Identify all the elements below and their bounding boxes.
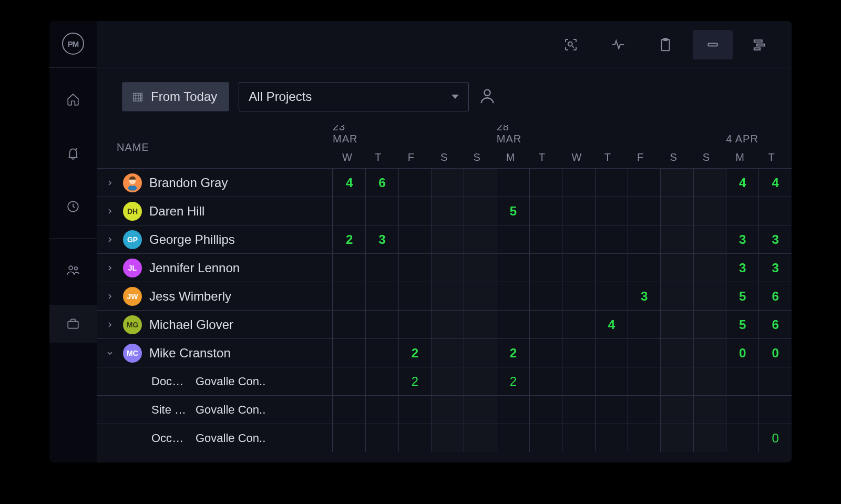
person-name[interactable]: George Phillips — [149, 232, 235, 247]
workload-cell[interactable]: 3 — [628, 282, 660, 310]
workload-cell[interactable] — [562, 169, 594, 197]
workload-cell[interactable] — [660, 311, 693, 338]
workload-cell[interactable] — [333, 339, 365, 367]
workload-cell[interactable] — [431, 311, 464, 338]
workload-cell[interactable]: 3 — [758, 254, 791, 282]
workload-cell[interactable] — [398, 396, 431, 424]
workload-cell[interactable] — [595, 396, 628, 424]
workload-cell[interactable]: 5 — [726, 311, 758, 338]
workload-cell[interactable] — [628, 311, 660, 338]
workload-cell[interactable] — [497, 396, 529, 424]
workload-cell[interactable] — [431, 424, 464, 452]
workload-cell[interactable] — [758, 367, 791, 395]
person-name[interactable]: Jess Wimberly — [149, 289, 231, 304]
workload-cell[interactable] — [562, 424, 594, 452]
workload-cell[interactable] — [398, 311, 431, 338]
workload-cell[interactable] — [660, 197, 693, 225]
workload-cell[interactable] — [660, 225, 693, 253]
workload-cell[interactable] — [497, 254, 529, 282]
workload-cell[interactable] — [398, 424, 431, 452]
workload-cell[interactable] — [365, 311, 398, 338]
person-name[interactable]: Brandon Gray — [149, 176, 228, 190]
workload-cell[interactable] — [464, 396, 496, 424]
workload-cell[interactable] — [693, 282, 726, 310]
workload-cell[interactable] — [562, 197, 594, 225]
workload-cell[interactable] — [431, 225, 464, 253]
expand-toggle[interactable] — [104, 321, 116, 329]
workload-cell[interactable] — [595, 339, 628, 367]
workload-cell[interactable] — [333, 282, 365, 310]
workload-cell[interactable]: 2 — [333, 225, 365, 253]
workload-cell[interactable] — [464, 225, 496, 253]
workload-cell[interactable] — [660, 282, 693, 310]
workload-cell[interactable] — [497, 225, 529, 253]
workload-cell[interactable] — [365, 197, 398, 225]
workload-cell[interactable]: 6 — [758, 282, 791, 310]
workload-cell[interactable] — [464, 424, 496, 452]
workload-cell[interactable] — [660, 254, 693, 282]
expand-toggle[interactable] — [104, 235, 116, 244]
workload-cell[interactable]: 5 — [497, 197, 529, 225]
workload-cell[interactable]: 0 — [758, 424, 791, 452]
workload-cell[interactable] — [628, 225, 660, 253]
from-today-button[interactable]: From Today — [122, 82, 229, 111]
workload-cell[interactable] — [693, 311, 726, 338]
workload-cell[interactable] — [333, 311, 365, 338]
nav-portfolio[interactable] — [49, 305, 97, 343]
workload-cell[interactable]: 6 — [365, 169, 398, 197]
workload-cell[interactable]: 3 — [726, 254, 758, 282]
workload-cell[interactable] — [693, 169, 726, 197]
workload-cell[interactable] — [529, 367, 562, 395]
workload-cell[interactable] — [497, 169, 529, 197]
workload-cell[interactable]: 2 — [497, 367, 529, 395]
workload-cell[interactable] — [398, 254, 431, 282]
workload-cell[interactable] — [693, 396, 726, 424]
workload-cell[interactable] — [333, 367, 365, 395]
nav-people[interactable] — [49, 251, 97, 289]
workload-cell[interactable] — [333, 396, 365, 424]
project-select[interactable]: All Projects — [239, 82, 469, 111]
person-name[interactable]: Michael Glover — [149, 317, 233, 332]
workload-cell[interactable] — [398, 197, 431, 225]
workload-cell[interactable] — [464, 339, 496, 367]
workload-cell[interactable] — [628, 254, 660, 282]
workload-cell[interactable] — [693, 225, 726, 253]
task-name[interactable]: Site work — [104, 403, 188, 417]
workload-cell[interactable]: 4 — [758, 169, 791, 197]
workload-cell[interactable] — [562, 339, 594, 367]
workload-cell[interactable] — [726, 424, 758, 452]
workload-cell[interactable] — [693, 197, 726, 225]
workload-cell[interactable] — [464, 282, 496, 310]
workload-cell[interactable]: 4 — [595, 311, 628, 338]
workload-cell[interactable] — [464, 169, 496, 197]
workload-cell[interactable] — [628, 367, 660, 395]
workload-cell[interactable]: 3 — [365, 225, 398, 253]
workload-cell[interactable] — [464, 311, 496, 338]
expand-toggle[interactable] — [104, 292, 116, 301]
workload-cell[interactable] — [628, 396, 660, 424]
workload-cell[interactable] — [365, 339, 398, 367]
workload-cell[interactable] — [562, 254, 594, 282]
task-project[interactable]: Govalle Con.. — [196, 403, 265, 417]
workload-cell[interactable] — [529, 282, 562, 310]
view-board[interactable] — [645, 30, 685, 59]
workload-cell[interactable] — [333, 424, 365, 452]
workload-cell[interactable] — [562, 311, 594, 338]
workload-cell[interactable] — [660, 424, 693, 452]
workload-cell[interactable]: 2 — [398, 339, 431, 367]
workload-cell[interactable] — [529, 254, 562, 282]
workload-cell[interactable] — [693, 367, 726, 395]
view-activity[interactable] — [598, 30, 638, 59]
task-name[interactable]: Documents ... — [104, 375, 188, 388]
workload-cell[interactable] — [365, 367, 398, 395]
workload-cell[interactable]: 2 — [497, 339, 529, 367]
workload-cell[interactable] — [497, 311, 529, 338]
workload-cell[interactable]: 0 — [758, 339, 791, 367]
workload-cell[interactable] — [431, 197, 464, 225]
workload-cell[interactable] — [529, 311, 562, 338]
workload-cell[interactable]: 3 — [726, 225, 758, 253]
workload-cell[interactable] — [529, 396, 562, 424]
workload-cell[interactable]: 5 — [726, 282, 758, 310]
task-project[interactable]: Govalle Con.. — [196, 375, 265, 388]
workload-cell[interactable] — [431, 396, 464, 424]
